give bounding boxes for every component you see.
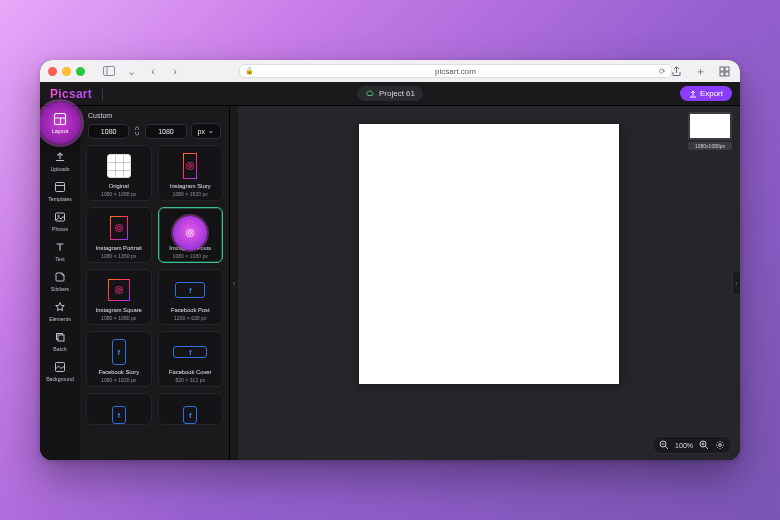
preset-thumb: f: [89, 336, 149, 368]
text-icon: [53, 240, 67, 254]
custom-size-row: 1080 1080 px ⌄: [80, 123, 229, 145]
size-preset-card[interactable]: Instagram Posts1080 × 1080 px: [158, 207, 224, 263]
artboard[interactable]: [359, 124, 619, 384]
width-input[interactable]: 1080: [88, 124, 129, 139]
refresh-icon[interactable]: ⟳: [659, 67, 666, 76]
svg-rect-16: [187, 163, 193, 169]
zoom-out-icon[interactable]: [659, 440, 669, 450]
preset-title: Facebook Story: [98, 370, 139, 376]
svg-point-17: [189, 165, 192, 168]
tool-elements[interactable]: Elements: [43, 300, 77, 322]
preset-title: Instagram Portrait: [96, 246, 142, 252]
background-icon: [53, 360, 67, 374]
tool-text[interactable]: Text: [43, 240, 77, 262]
unit-select[interactable]: px ⌄: [191, 123, 221, 139]
tab-overview-icon[interactable]: [716, 63, 732, 79]
svg-rect-22: [187, 230, 193, 236]
svg-line-29: [665, 446, 668, 449]
zoom-level[interactable]: 100%: [675, 442, 693, 449]
size-preset-card[interactable]: Instagram Portrait1080 × 1350 px: [86, 207, 152, 263]
size-preset-card[interactable]: fFacebook Story1080 × 1920 px: [86, 331, 152, 387]
size-preset-card[interactable]: fFacebook Post1200 × 630 px: [158, 269, 224, 325]
size-preset-card[interactable]: Original1080 × 1080 px: [86, 145, 152, 201]
svg-rect-19: [116, 225, 122, 231]
preset-thumb: f: [161, 398, 221, 424]
stickers-icon: [53, 270, 67, 284]
brand-logo[interactable]: Picsart: [50, 87, 92, 101]
chevron-down-icon[interactable]: ⌄: [123, 63, 139, 79]
svg-point-23: [189, 232, 192, 235]
svg-point-12: [58, 215, 60, 217]
artboard-thumbnail[interactable]: [688, 112, 732, 140]
right-panel-expand-handle[interactable]: ›: [732, 271, 740, 295]
size-preset-card[interactable]: fFacebook Cover820 × 312 px: [158, 331, 224, 387]
project-chip[interactable]: Project 61: [357, 86, 423, 101]
preset-thumb: [89, 212, 149, 244]
preset-dims: 1080 × 1080 px: [173, 254, 208, 259]
tool-photos[interactable]: Photos: [43, 210, 77, 232]
canvas-area[interactable]: 1080x1080px › 100%: [238, 106, 740, 460]
tool-uploads[interactable]: Uploads: [43, 150, 77, 172]
height-input[interactable]: 1080: [145, 124, 186, 139]
link-dimensions-icon[interactable]: [133, 126, 141, 136]
photos-icon: [53, 210, 67, 224]
preset-dims: 820 × 312 px: [175, 378, 205, 383]
svg-point-35: [719, 444, 722, 447]
tool-background[interactable]: Background: [43, 360, 77, 382]
artboard-preview[interactable]: 1080x1080px: [688, 112, 732, 150]
zoom-in-icon[interactable]: [699, 440, 709, 450]
svg-point-26: [117, 289, 120, 292]
tool-label: Batch: [53, 346, 66, 352]
lock-icon: 🔒: [245, 67, 254, 75]
browser-chrome: ⌄ ‹ › 🔒 picsart.com ⟳ ＋: [40, 60, 740, 82]
preset-dims: 1080 × 1080 px: [101, 316, 136, 321]
layout-tool-highlight: Layout: [40, 102, 81, 144]
svg-rect-14: [58, 335, 64, 341]
back-button[interactable]: ‹: [145, 63, 161, 79]
minimize-window-dot[interactable]: [62, 67, 71, 76]
svg-rect-0: [104, 67, 115, 76]
share-icon[interactable]: [668, 63, 684, 79]
tool-stickers[interactable]: Stickers: [43, 270, 77, 292]
tool-templates[interactable]: Templates: [43, 180, 77, 202]
new-tab-icon[interactable]: ＋: [692, 63, 708, 79]
tool-label: Elements: [49, 316, 71, 322]
tool-label: Uploads: [50, 166, 69, 172]
size-preset-card[interactable]: Instagram Story1080 × 1920 px: [158, 145, 224, 201]
settings-gear-icon[interactable]: [715, 440, 725, 450]
elements-icon: [53, 300, 67, 314]
forward-button[interactable]: ›: [167, 63, 183, 79]
svg-rect-5: [725, 72, 729, 76]
export-button[interactable]: Export: [680, 86, 732, 101]
preset-dims: 1080 × 1920 px: [101, 378, 136, 383]
window-traffic-lights[interactable]: [48, 67, 85, 76]
size-preset-card[interactable]: f: [86, 393, 152, 425]
svg-point-21: [120, 226, 121, 227]
tool-rail: Layout Layout Uploads Templates: [40, 106, 80, 460]
tool-batch[interactable]: Batch: [43, 330, 77, 352]
close-window-dot[interactable]: [48, 67, 57, 76]
preset-title: Instagram Story: [170, 184, 211, 190]
tool-label: Text: [55, 256, 65, 262]
project-name: Project 61: [379, 89, 415, 98]
preset-title: Facebook Cover: [169, 370, 212, 376]
svg-rect-2: [720, 67, 724, 71]
sidebar-toggle-icon[interactable]: [101, 63, 117, 79]
tool-label: Stickers: [51, 286, 69, 292]
browser-window: ⌄ ‹ › 🔒 picsart.com ⟳ ＋ Picsart: [40, 60, 740, 460]
preset-thumb: f: [161, 274, 221, 306]
preset-title: Facebook Post: [171, 308, 210, 314]
preset-title: Instagram Square: [96, 308, 142, 314]
preset-title: Original: [109, 184, 129, 190]
tool-label: Photos: [52, 226, 68, 232]
panel-collapse-handle[interactable]: ‹: [230, 106, 238, 460]
preset-thumb: [161, 150, 221, 182]
fullscreen-window-dot[interactable]: [76, 67, 85, 76]
selected-preset-highlight: [173, 216, 207, 250]
svg-point-24: [192, 231, 193, 232]
address-bar[interactable]: 🔒 picsart.com ⟳: [239, 64, 672, 78]
preset-thumb: f: [161, 336, 221, 368]
size-preset-card[interactable]: Instagram Square1080 × 1080 px: [86, 269, 152, 325]
preset-thumb: [89, 150, 149, 182]
size-preset-card[interactable]: f: [158, 393, 224, 425]
